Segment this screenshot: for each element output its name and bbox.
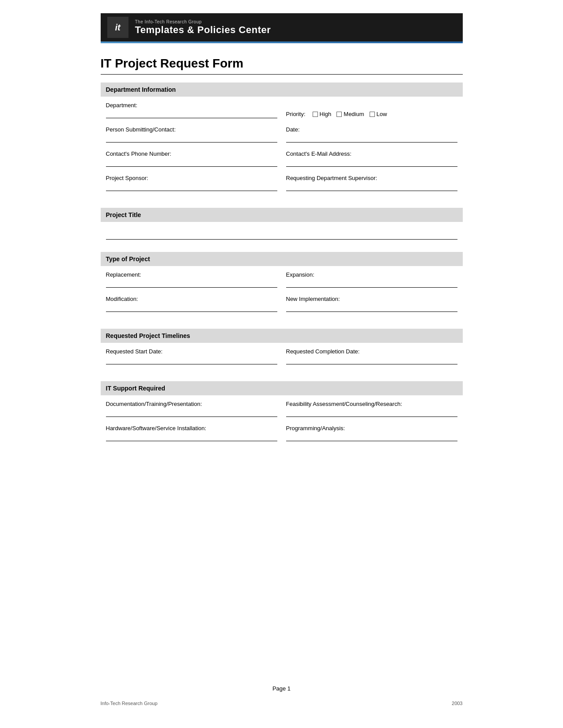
field-phone: Contact's Phone Number:: [106, 150, 277, 167]
section-type-of-project: Type of Project Replacement: Expansion: …: [101, 252, 463, 323]
section-header-department: Department Information: [101, 83, 463, 97]
footer-wrapper: Page 1 Info-Tech Research Group 2003: [0, 685, 563, 706]
form-row-hardware-programming: Hardware/Software/Service Installation: …: [106, 425, 457, 441]
section-body-department: Department: Priority: High Medium: [101, 97, 463, 203]
field-start-date: Requested Start Date:: [106, 348, 277, 364]
label-supervisor: Requesting Department Supervisor:: [286, 175, 457, 181]
input-person-submitting[interactable]: [106, 135, 277, 143]
form-row-replacement-expansion: Replacement: Expansion:: [106, 271, 457, 288]
form-title: IT Project Request Form: [101, 56, 463, 71]
form-row-department-priority: Department: Priority: High Medium: [106, 102, 457, 118]
field-documentation: Documentation/Training/Presentation:: [106, 401, 277, 417]
section-body-timelines: Requested Start Date: Requested Completi…: [101, 343, 463, 376]
label-programming: Programming/Analysis:: [286, 425, 457, 432]
form-row-start-completion: Requested Start Date: Requested Completi…: [106, 348, 457, 364]
label-documentation: Documentation/Training/Presentation:: [106, 401, 277, 407]
project-title-body: [101, 222, 463, 247]
field-date: Date:: [286, 126, 457, 143]
field-programming: Programming/Analysis:: [286, 425, 457, 441]
field-email: Contact's E-Mail Address:: [286, 150, 457, 167]
footer-left: Info-Tech Research Group: [101, 701, 158, 706]
priority-label: Priority:: [286, 111, 306, 117]
form-row-person-date: Person Submitting/Contact: Date:: [106, 126, 457, 143]
field-completion-date: Requested Completion Date:: [286, 348, 457, 364]
field-replacement: Replacement:: [106, 271, 277, 288]
section-header-it-support: IT Support Required: [101, 381, 463, 395]
checkbox-high[interactable]: [313, 112, 318, 117]
input-new-implementation[interactable]: [286, 304, 457, 312]
section-body-it-support: Documentation/Training/Presentation: Fea…: [101, 395, 463, 453]
priority-low-label: Low: [377, 111, 387, 117]
main-content: IT Project Request Form Department Infor…: [101, 43, 463, 484]
header-text-block: The Info-Tech Research Group Templates &…: [135, 19, 271, 36]
priority-option-high[interactable]: High: [313, 111, 332, 117]
priority-option-medium[interactable]: Medium: [336, 111, 364, 117]
input-feasibility[interactable]: [286, 409, 457, 417]
input-phone[interactable]: [106, 159, 277, 167]
checkbox-medium[interactable]: [336, 112, 342, 117]
header-title: Templates & Policies Center: [135, 24, 271, 36]
label-modification: Modification:: [106, 296, 277, 302]
label-expansion: Expansion:: [286, 271, 457, 278]
input-completion-date[interactable]: [286, 356, 457, 364]
label-phone: Contact's Phone Number:: [106, 150, 277, 157]
priority-group: Priority: High Medium Low: [286, 111, 457, 118]
field-hardware: Hardware/Software/Service Installation:: [106, 425, 277, 441]
label-date: Date:: [286, 126, 457, 133]
label-person-submitting: Person Submitting/Contact:: [106, 126, 277, 133]
input-start-date[interactable]: [106, 356, 277, 364]
label-sponsor: Project Sponsor:: [106, 175, 277, 181]
footer-page-label: Page 1: [101, 685, 463, 692]
input-modification[interactable]: [106, 304, 277, 312]
input-project-title[interactable]: [106, 229, 457, 240]
input-expansion[interactable]: [286, 280, 457, 288]
section-it-support: IT Support Required Documentation/Traini…: [101, 381, 463, 453]
form-row-phone-email: Contact's Phone Number: Contact's E-Mail…: [106, 150, 457, 167]
label-department: Department:: [106, 102, 277, 109]
priority-medium-label: Medium: [344, 111, 364, 117]
logo-image: [107, 17, 128, 38]
input-department[interactable]: [106, 110, 277, 118]
label-completion-date: Requested Completion Date:: [286, 348, 457, 355]
section-department-info: Department Information Department: Prior…: [101, 83, 463, 203]
input-sponsor[interactable]: [106, 183, 277, 191]
header-subtitle: The Info-Tech Research Group: [135, 19, 271, 24]
header-banner: The Info-Tech Research Group Templates &…: [101, 13, 463, 41]
field-modification: Modification:: [106, 296, 277, 312]
footer: Page 1 Info-Tech Research Group 2003: [101, 685, 463, 706]
field-expansion: Expansion:: [286, 271, 457, 288]
footer-right: 2003: [452, 701, 462, 706]
field-feasibility: Feasibility Assessment/Counseling/Resear…: [286, 401, 457, 417]
title-divider: [101, 74, 463, 75]
field-department: Department:: [106, 102, 277, 118]
priority-high-label: High: [320, 111, 332, 117]
label-new-implementation: New Implementation:: [286, 296, 457, 302]
section-header-type-of-project: Type of Project: [101, 252, 463, 266]
section-timelines: Requested Project Timelines Requested St…: [101, 329, 463, 376]
input-supervisor[interactable]: [286, 183, 457, 191]
label-replacement: Replacement:: [106, 271, 277, 278]
input-email[interactable]: [286, 159, 457, 167]
field-person-submitting: Person Submitting/Contact:: [106, 126, 277, 143]
label-feasibility: Feasibility Assessment/Counseling/Resear…: [286, 401, 457, 407]
checkbox-low[interactable]: [370, 112, 375, 117]
field-supervisor: Requesting Department Supervisor:: [286, 175, 457, 191]
footer-bottom: Info-Tech Research Group 2003: [101, 701, 463, 706]
label-start-date: Requested Start Date:: [106, 348, 277, 355]
section-header-project-title: Project Title: [101, 208, 463, 222]
input-replacement[interactable]: [106, 280, 277, 288]
section-project-title: Project Title: [101, 208, 463, 247]
priority-option-low[interactable]: Low: [370, 111, 387, 117]
section-header-timelines: Requested Project Timelines: [101, 329, 463, 343]
input-hardware[interactable]: [106, 433, 277, 441]
input-programming[interactable]: [286, 433, 457, 441]
section-body-type-of-project: Replacement: Expansion: Modification: Ne…: [101, 266, 463, 323]
label-email: Contact's E-Mail Address:: [286, 150, 457, 157]
label-hardware: Hardware/Software/Service Installation:: [106, 425, 277, 432]
form-row-modification-new-impl: Modification: New Implementation:: [106, 296, 457, 312]
header-logo: [107, 17, 128, 38]
input-date[interactable]: [286, 135, 457, 143]
field-sponsor: Project Sponsor:: [106, 175, 277, 191]
form-row-doc-feasibility: Documentation/Training/Presentation: Fea…: [106, 401, 457, 417]
input-documentation[interactable]: [106, 409, 277, 417]
